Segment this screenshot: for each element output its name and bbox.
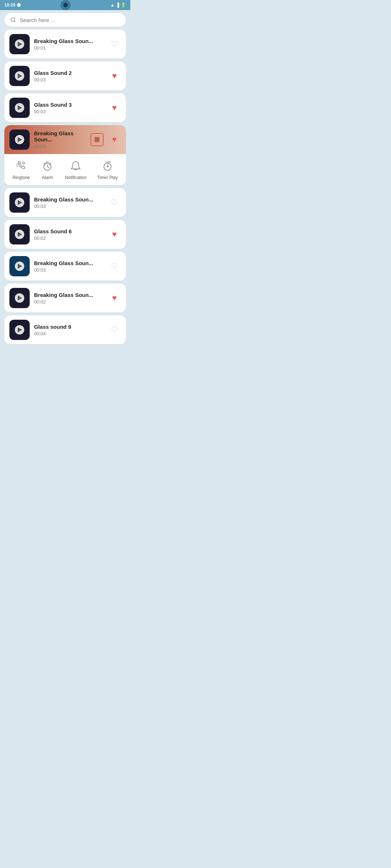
- action-ringtone[interactable]: Ringtone: [13, 159, 30, 180]
- stop-square-icon: [94, 137, 100, 142]
- sound-duration-2: 00:03: [34, 77, 104, 82]
- sound-duration-1: 00:01: [34, 45, 104, 51]
- status-time: 10:25: [4, 3, 16, 8]
- action-row: Ringtone Alarm: [4, 154, 126, 185]
- heart-icon-8: ♥: [112, 293, 117, 303]
- heart-icon-9: ♡: [111, 325, 118, 335]
- sound-title-2: Glass Sound 2: [34, 70, 104, 76]
- sound-item-9[interactable]: Glass sound 9 00:04 ♡: [4, 315, 126, 344]
- play-overlay-8[interactable]: [9, 288, 30, 308]
- thumbnail-1: [9, 34, 30, 54]
- timerplay-icon: [101, 159, 114, 173]
- play-overlay-4[interactable]: [9, 129, 30, 150]
- camera-dot: [63, 3, 68, 7]
- notification-icon: [69, 159, 83, 173]
- play-overlay-3[interactable]: [9, 98, 30, 118]
- favorite-btn-5[interactable]: ♡: [108, 196, 121, 209]
- sound-item-5[interactable]: Breaking Glass Soun... 00:03 ♡: [4, 188, 126, 217]
- thumbnail-8: [9, 288, 30, 308]
- thumbnail-7: [9, 256, 30, 276]
- favorite-btn-7[interactable]: ♡: [108, 260, 121, 273]
- sound-info-2: Glass Sound 2 00:03: [34, 70, 104, 82]
- sound-info-8: Breaking Glass Soun... 00:02: [34, 292, 104, 305]
- play-overlay-1[interactable]: [9, 34, 30, 54]
- thumbnail-6: [9, 224, 30, 244]
- signal-icon: ▐: [116, 3, 119, 8]
- sound-item-3[interactable]: Glass Sound 3 00:03 ♥: [4, 93, 126, 122]
- sound-info-7: Breaking Glass Soun... 00:03: [34, 260, 104, 273]
- thumbnail-9: [9, 320, 30, 340]
- play-overlay-9[interactable]: [9, 320, 30, 340]
- heart-icon-4: ♥: [112, 135, 117, 144]
- heart-icon-5: ♡: [111, 198, 118, 207]
- heart-icon-2: ♥: [112, 71, 117, 81]
- sound-info-9: Glass sound 9 00:04: [34, 324, 104, 336]
- main-content: Breaking Glass Soun... 00:01 ♡ Glass Sou: [0, 10, 130, 347]
- play-overlay-6[interactable]: [9, 224, 30, 244]
- favorite-btn-9[interactable]: ♡: [108, 323, 121, 336]
- sound-title-8: Breaking Glass Soun...: [34, 292, 104, 298]
- status-icons: ▲ ▐ 🔋: [110, 3, 126, 8]
- favorite-btn-2[interactable]: ♥: [108, 69, 121, 82]
- timerplay-label: Timer Play: [97, 175, 118, 180]
- sound-info-5: Breaking Glass Soun... 00:03: [34, 196, 104, 209]
- status-bar: 10:25 🅐 ▲ ▐ 🔋: [0, 0, 130, 10]
- sound-item-8[interactable]: Breaking Glass Soun... 00:02 ♥: [4, 284, 126, 312]
- heart-icon-3: ♥: [112, 103, 117, 112]
- heart-icon-6: ♥: [112, 230, 117, 239]
- sound-title-7: Breaking Glass Soun...: [34, 260, 104, 266]
- action-notification[interactable]: Notification: [65, 159, 87, 180]
- sound-duration-6: 00:02: [34, 235, 104, 241]
- sound-info-6: Glass Sound 6 00:02: [34, 228, 104, 241]
- sound-item-7[interactable]: Breaking Glass Soun... 00:03 ♡: [4, 252, 126, 281]
- sound-item-2[interactable]: Glass Sound 2 00:03 ♥: [4, 61, 126, 90]
- thumbnail-2: [9, 66, 30, 86]
- stop-btn-4[interactable]: [91, 133, 104, 146]
- sound-duration-4: 00:03: [34, 144, 86, 149]
- action-timerplay[interactable]: Timer Play: [97, 159, 118, 180]
- sound-title-4: Breaking Glass Soun...: [34, 130, 86, 142]
- sound-item-4-expanded[interactable]: Breaking Glass Soun... 00:03 ♥: [4, 125, 126, 185]
- sound-title-1: Breaking Glass Soun...: [34, 38, 104, 44]
- wifi-icon: ▲: [110, 3, 115, 8]
- alarm-label: Alarm: [42, 175, 53, 180]
- sound-item-6[interactable]: Glass Sound 6 00:02 ♥: [4, 220, 126, 249]
- search-input[interactable]: [20, 17, 120, 23]
- ringtone-icon: [14, 159, 28, 173]
- svg-line-1: [14, 21, 15, 22]
- sound-duration-5: 00:03: [34, 204, 104, 209]
- thumbnail-5: [9, 192, 30, 213]
- sound-item-1[interactable]: Breaking Glass Soun... 00:01 ♡: [4, 30, 126, 59]
- heart-icon-1: ♡: [111, 39, 118, 49]
- play-overlay-5[interactable]: [9, 192, 30, 213]
- play-overlay-2[interactable]: [9, 66, 30, 86]
- play-overlay-7[interactable]: [9, 256, 30, 276]
- favorite-btn-8[interactable]: ♥: [108, 292, 121, 305]
- heart-icon-7: ♡: [111, 261, 118, 271]
- expanded-top-4[interactable]: Breaking Glass Soun... 00:03 ♥: [4, 125, 126, 154]
- thumbnail-3: [9, 98, 30, 118]
- sound-title-3: Glass Sound 3: [34, 102, 104, 108]
- sound-title-6: Glass Sound 6: [34, 228, 104, 234]
- favorite-btn-4[interactable]: ♥: [108, 133, 121, 146]
- sound-duration-7: 00:03: [34, 267, 104, 273]
- status-indicator: 🅐: [17, 3, 21, 7]
- sound-title-9: Glass sound 9: [34, 324, 104, 330]
- svg-point-0: [11, 18, 15, 22]
- ringtone-label: Ringtone: [13, 175, 30, 180]
- action-alarm[interactable]: Alarm: [41, 159, 54, 180]
- thumbnail-4: [9, 129, 30, 150]
- camera-notch: [60, 0, 71, 10]
- sound-info-1: Breaking Glass Soun... 00:01: [34, 38, 104, 51]
- sound-duration-8: 00:02: [34, 299, 104, 305]
- favorite-btn-3[interactable]: ♥: [108, 101, 121, 114]
- search-bar[interactable]: [4, 13, 126, 27]
- notification-label: Notification: [65, 175, 87, 180]
- alarm-icon: [41, 159, 54, 173]
- sound-info-3: Glass Sound 3 00:03: [34, 102, 104, 114]
- search-icon: [10, 17, 16, 23]
- battery-icon: 🔋: [121, 3, 126, 8]
- favorite-btn-1[interactable]: ♡: [108, 38, 121, 51]
- sound-duration-9: 00:04: [34, 331, 104, 336]
- favorite-btn-6[interactable]: ♥: [108, 228, 121, 241]
